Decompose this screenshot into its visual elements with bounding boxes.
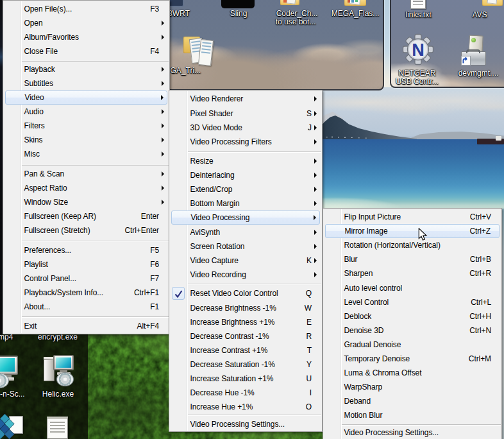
svg-text:N: N: [412, 40, 424, 60]
